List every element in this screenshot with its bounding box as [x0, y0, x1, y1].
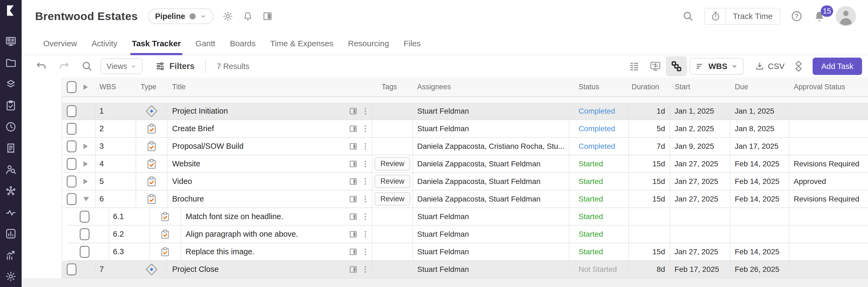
kebab-menu-icon[interactable] [362, 212, 369, 221]
app-logo[interactable] [5, 3, 17, 18]
task-title[interactable]: Brochure [172, 195, 204, 203]
title-cell[interactable]: Video [167, 173, 372, 190]
list-view-button[interactable] [624, 56, 645, 76]
status-cell[interactable]: Started [569, 243, 629, 260]
row-checkbox[interactable] [80, 246, 89, 258]
column-header-duration[interactable]: Duration [629, 77, 670, 96]
row-checkbox[interactable] [67, 123, 76, 135]
task-title[interactable]: Project Initiation [172, 107, 228, 115]
add-task-button[interactable]: Add Task [813, 58, 862, 75]
table-row[interactable]: 4 Website Review Daniela Zappacosta, Stu… [62, 155, 868, 173]
global-search-button[interactable] [682, 10, 694, 22]
status-cell[interactable]: Not Started [569, 261, 629, 278]
tag-chip[interactable]: Review [375, 175, 410, 188]
duration-cell[interactable]: 15d [629, 173, 670, 190]
approval-status-cell[interactable]: Approved [789, 173, 868, 190]
column-header-tags[interactable]: Tags [372, 77, 413, 96]
timer-segment[interactable] [705, 10, 725, 22]
due-date-cell[interactable]: Jan 8, 2025 [731, 120, 789, 137]
stacked-layers-button[interactable] [793, 60, 805, 73]
help-button[interactable]: ? [790, 10, 803, 23]
expand-row-icon[interactable] [84, 144, 88, 149]
open-panel-icon[interactable] [349, 159, 358, 169]
status-cell[interactable]: Completed [569, 138, 629, 155]
kebab-menu-icon[interactable] [362, 265, 369, 274]
assignees-cell[interactable]: Stuart Feldman [413, 103, 569, 120]
side-panel-toggle-button[interactable] [262, 11, 273, 22]
group-by-dropdown[interactable]: WBS [690, 58, 744, 75]
start-date-cell[interactable]: Jan 1, 2025 [670, 103, 731, 120]
sidebar-item-settings[interactable] [0, 266, 22, 287]
tab-activity[interactable]: Activity [92, 32, 117, 55]
duration-cell[interactable]: 15d [629, 155, 670, 172]
sidebar-item-tasks[interactable] [0, 95, 22, 116]
approval-status-cell[interactable] [789, 243, 868, 260]
approval-status-cell[interactable]: Revisions Required [789, 191, 868, 207]
column-header-title[interactable]: Title [167, 77, 372, 96]
start-date-cell[interactable]: Jan 27, 2025 [670, 243, 731, 260]
status-cell[interactable]: Completed [569, 103, 629, 120]
sidebar-item-insights[interactable] [0, 180, 22, 202]
row-checkbox[interactable] [80, 228, 89, 240]
start-date-cell[interactable]: Jan 2, 2025 [670, 120, 731, 137]
column-header-due[interactable]: Due [731, 77, 789, 96]
start-date-cell[interactable]: Jan 27, 2025 [670, 155, 731, 172]
approval-status-cell[interactable] [789, 120, 868, 137]
views-dropdown[interactable]: Views [100, 58, 143, 74]
title-cell[interactable]: Project Close [167, 261, 372, 278]
status-cell[interactable]: Completed [569, 120, 629, 137]
sidebar-item-portfolio[interactable] [0, 73, 22, 95]
row-checkbox[interactable] [67, 105, 76, 117]
title-cell[interactable]: Project Initiation [167, 103, 372, 120]
notifications-button[interactable]: 15 [813, 10, 826, 23]
kebab-menu-icon[interactable] [362, 159, 369, 169]
status-cell[interactable]: Started [569, 226, 629, 242]
user-avatar[interactable] [836, 6, 856, 26]
assignees-cell[interactable]: Daniela Zappacosta, Stuart Feldman [413, 173, 569, 190]
open-panel-icon[interactable] [349, 142, 358, 151]
kebab-menu-icon[interactable] [362, 142, 369, 151]
open-panel-icon[interactable] [349, 265, 358, 274]
tab-boards[interactable]: Boards [230, 32, 256, 55]
sidebar-item-invoices[interactable] [0, 137, 22, 159]
title-cell[interactable]: Align paragraph with one above. [181, 226, 372, 242]
title-cell[interactable]: Replace this image. [181, 243, 372, 260]
status-cell[interactable]: Started [569, 191, 629, 207]
table-row[interactable]: 7 Project Close Stuart Feldman Not Start… [62, 261, 868, 278]
title-cell[interactable]: Match font size on headline. [181, 208, 372, 225]
start-date-cell[interactable]: Jan 27, 2025 [670, 173, 731, 190]
column-header-type[interactable]: Type [136, 77, 167, 96]
tag-chip[interactable]: Review [375, 157, 410, 170]
duration-cell[interactable] [629, 226, 670, 242]
column-header-approval[interactable]: Approval Status [789, 77, 868, 96]
kebab-menu-icon[interactable] [362, 177, 369, 186]
row-checkbox[interactable] [67, 176, 76, 188]
sidebar-item-activity[interactable] [0, 202, 22, 223]
assignees-cell[interactable]: Daniela Zappacosta, Cristiano Rocha, Stu… [413, 138, 569, 155]
open-panel-icon[interactable] [349, 212, 358, 221]
kebab-menu-icon[interactable] [362, 124, 369, 133]
status-cell[interactable]: Started [569, 155, 629, 172]
assignees-cell[interactable]: Stuart Feldman [413, 120, 569, 137]
status-cell[interactable]: Started [569, 173, 629, 190]
tag-chip[interactable]: Review [375, 192, 410, 206]
approval-status-cell[interactable]: Revisions Required [789, 155, 868, 172]
assignees-cell[interactable]: Stuart Feldman [413, 208, 569, 225]
duration-cell[interactable]: 8d [629, 261, 670, 278]
expand-row-icon[interactable] [84, 179, 88, 184]
title-cell[interactable]: Brochure [167, 191, 372, 207]
project-notifications-button[interactable] [243, 10, 253, 22]
duration-cell[interactable]: 7d [629, 138, 670, 155]
duration-cell[interactable]: 15d [629, 243, 670, 260]
sidebar-item-analytics[interactable] [0, 244, 22, 266]
sidebar-item-projects[interactable] [0, 52, 22, 73]
row-checkbox[interactable] [67, 158, 76, 170]
table-subtask-row[interactable]: 6.1 Match font size on headline. Stuart … [67, 208, 868, 226]
start-date-cell[interactable] [670, 208, 731, 225]
due-date-cell[interactable]: Feb 14, 2025 [731, 243, 789, 260]
row-checkbox[interactable] [67, 263, 76, 276]
start-date-cell[interactable]: Jan 27, 2025 [670, 191, 731, 207]
open-panel-icon[interactable] [349, 177, 358, 186]
start-date-cell[interactable] [670, 226, 731, 242]
sidebar-item-reports[interactable] [0, 223, 22, 244]
